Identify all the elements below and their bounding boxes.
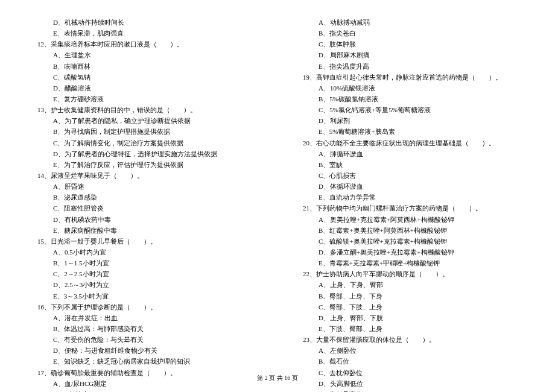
option-line: A、动脉搏动减弱: [296, 17, 525, 28]
option-line: B、臀部、上身、下身: [296, 291, 525, 302]
option-line: E、头低足高位: [296, 389, 525, 392]
question-line: 22、护士协助病人向平车挪动的顺序是（ ）。: [296, 268, 525, 279]
option-line: B、体温过高：与肺部感染有关: [30, 323, 259, 334]
option-line: B、室缺: [296, 159, 525, 170]
right-column: A、动脉搏动减弱B、指尖苍白C、肢体肿胀D、局部麻木剧痛E、指尖温度升高19、高…: [296, 17, 525, 367]
question-line: 15、日光浴一般于婴儿早餐后（ ）。: [30, 236, 259, 247]
option-line: B、截石位: [296, 356, 525, 367]
option-line: A、左侧卧位: [296, 345, 525, 356]
option-line: A、10%硫酸镁溶液: [296, 83, 525, 93]
option-line: C、肢体肿胀: [296, 39, 525, 49]
option-line: D、机械动作持续时间长: [30, 17, 259, 28]
option-line: E、下肢、臀部、上身: [296, 323, 525, 334]
option-line: B、呋喃西林: [30, 61, 259, 72]
question-line: 21、下列药物中均为幽门螺杆菌治疗方案的药物是（ ）。: [296, 203, 525, 213]
option-line: D、上身、臀部、下肢: [296, 312, 525, 323]
option-line: C、阻塞性胆管炎: [30, 203, 259, 213]
option-line: A、上身、下身、臀部: [296, 279, 525, 290]
option-line: D、为了解患者的心理特征，选择护理实施方法提供依据: [30, 148, 259, 159]
option-line: D、多潘立酮+奥美拉唑+克拉霉素+枸橼酸铋钾: [296, 247, 525, 258]
option-line: A、生理盐水: [30, 49, 259, 60]
question-line: 13、护士收集健康资料的目的中，错误的是（ ）。: [30, 104, 259, 115]
option-line: B、为寻找病因，制定护理措施提供依据: [30, 126, 259, 137]
option-line: B、1～1.5小时为宜: [30, 258, 259, 268]
page-footer: 第 2 页 共 16 页: [0, 373, 555, 384]
option-line: D、有机磷农药中毒: [30, 214, 259, 225]
question-line: 16、下列不属于护理诊断的是（ ）。: [30, 302, 259, 312]
option-line: D、便秘：与进食粗纤维食物少有关: [30, 345, 259, 356]
option-line: E、为了解治疗反应，评估护理行为提供依据: [30, 159, 259, 170]
option-line: A、0.5小时内为宜: [30, 247, 259, 258]
option-line: E、表情呆滞，肌肉强直: [30, 28, 259, 39]
question-line: 14、尿液呈烂苹果味见于（ ）。: [30, 170, 259, 181]
option-line: C、碳酸氢钠: [30, 72, 259, 83]
question-line: 19、高钾血症引起心律失常时，静脉注射应首选的药物是（ ）。: [296, 72, 525, 83]
option-line: A、奥美拉唑+克拉霉素+阿莫西林+枸橼酸铋钾: [296, 214, 525, 225]
option-line: A、潜在并发症：出血: [30, 312, 259, 323]
option-line: E、复方硼砂溶液: [30, 93, 259, 104]
option-line: C、2～2.5小时为宜: [30, 268, 259, 279]
option-line: C、为了解病情变化，制定治疗方案提供依据: [30, 138, 259, 148]
option-line: E、3～3.5小时为宜: [30, 291, 259, 302]
option-line: D、体循环淤血: [296, 181, 525, 192]
option-line: C、硫酸镁+奥美拉唑+克拉霉素+枸橼酸铋钾: [296, 236, 525, 247]
option-line: E、糖尿病酮症酸中毒: [30, 225, 259, 236]
option-line: B、5%碳酸氢钠溶液: [296, 93, 525, 104]
option-line: A、肝昏迷: [30, 181, 259, 192]
option-line: C、5%氯化钙溶液+等量5%葡萄糖溶液: [296, 104, 525, 115]
option-line: E、青霉素+克拉霉素+甲硝唑+枸橼酸铋钾: [296, 258, 525, 268]
option-line: C、臀部、下肢、上身: [296, 302, 525, 312]
question-line: 23、大量不保留灌肠应取的体位是（ ）。: [296, 334, 525, 345]
option-line: E、血流动力学异常: [296, 192, 525, 203]
question-line: 20、右心功能不全主要临床症状出现的病理生理基础是（ ）。: [296, 138, 525, 148]
option-line: D、利尿剂: [296, 115, 525, 126]
option-line: A、肺循环淤血: [296, 148, 525, 159]
option-line: C、有受伤的危险：与头晕有关: [30, 334, 259, 345]
option-line: D、2.5～3小时为立: [30, 279, 259, 290]
left-column: D、机械动作持续时间长E、表情呆滞，肌肉强直12、采集痰培养标本时应用的漱口液是…: [30, 17, 259, 367]
option-line: B、红霉素+奥美拉唑+阿莫西林+枸橼酸铋钾: [296, 225, 525, 236]
option-line: D、局部麻木剧痛: [296, 49, 525, 60]
option-line: E、知识缺乏：缺乏冠心病居家自我护理的知识: [30, 356, 259, 367]
option-line: B、B超检查: [30, 389, 259, 392]
option-line: A、为了解患者的隐私，确立护理诊断提供依据: [30, 115, 259, 126]
option-line: B、泌尿道感染: [30, 192, 259, 203]
option-line: E、指尖温度升高: [296, 61, 525, 72]
question-line: 12、采集痰培养标本时应用的漱口液是（ ）。: [30, 39, 259, 49]
option-line: E、5%葡萄糖溶液+胰岛素: [296, 126, 525, 137]
option-line: C、心肌损害: [296, 170, 525, 181]
option-line: D、醋酸溶液: [30, 83, 259, 93]
option-line: B、指尖苍白: [296, 28, 525, 39]
